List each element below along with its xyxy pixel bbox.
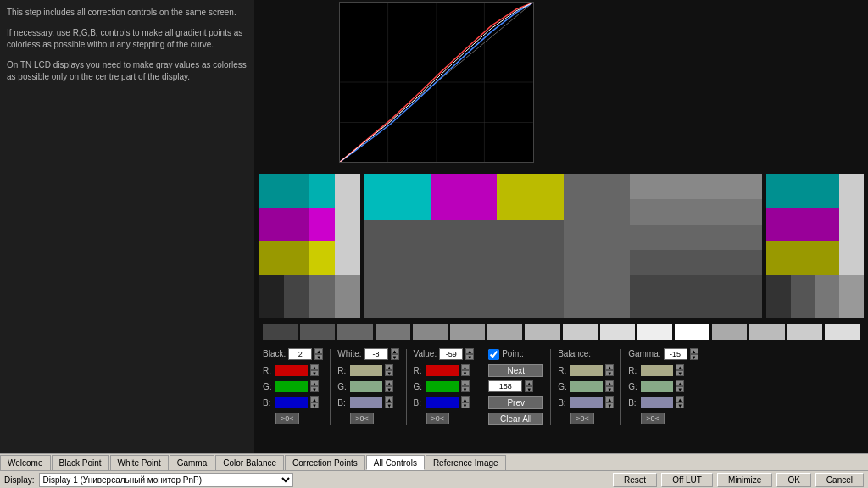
tab-white-point[interactable]: White Point <box>110 455 169 470</box>
black-value-input[interactable] <box>288 348 312 360</box>
black-spin-down[interactable]: ▼ <box>314 354 323 360</box>
gamma-g-label: G: <box>628 382 638 391</box>
value-spin-down[interactable]: ▼ <box>465 354 474 360</box>
white-spin-down[interactable]: ▼ <box>391 354 399 360</box>
white-b-down[interactable]: ▼ <box>385 402 393 408</box>
balance-g-swatch <box>570 381 603 392</box>
tab-reference-image[interactable]: Reference Image <box>426 455 506 470</box>
white-g-spinners: ▲ ▼ <box>385 380 393 392</box>
white-reset-btn[interactable]: >0< <box>350 413 374 424</box>
balance-r-down[interactable]: ▼ <box>605 370 614 376</box>
swatch-11 <box>637 324 672 340</box>
white-b-swatch <box>350 397 382 408</box>
black-spin-up[interactable]: ▲ <box>314 348 323 354</box>
value-g-down[interactable]: ▼ <box>461 386 470 392</box>
balance-reset-btn[interactable]: >0< <box>570 413 594 424</box>
black-group: Black: ▲ ▼ R: ▲ ▼ G: <box>263 347 323 425</box>
gamma-group: Gamma: ▲ ▼ R: ▲ ▼ G: <box>628 347 698 425</box>
gamma-r-up[interactable]: ▲ <box>676 364 684 370</box>
gamma-g-swatch <box>641 381 673 392</box>
tab-gamma[interactable]: Gamma <box>170 455 215 470</box>
balance-r-up[interactable]: ▲ <box>605 364 614 370</box>
black-b-up[interactable]: ▲ <box>310 396 319 402</box>
black-b-down[interactable]: ▼ <box>310 402 319 408</box>
swatch-2 <box>300 324 335 340</box>
balance-b-label: B: <box>558 398 568 408</box>
value-b-down[interactable]: ▼ <box>461 402 470 408</box>
off-lut-btn[interactable]: Off LUT <box>661 473 713 487</box>
tab-color-balance[interactable]: Color Balance <box>215 455 284 470</box>
black-g-down[interactable]: ▼ <box>310 386 319 392</box>
value-g-up[interactable]: ▲ <box>461 380 470 386</box>
value-b-up[interactable]: ▲ <box>461 396 470 402</box>
cancel-btn[interactable]: Cancel <box>815 473 864 487</box>
balance-b-up[interactable]: ▲ <box>605 396 614 402</box>
value-spinners: ▲ ▼ <box>465 348 474 360</box>
white-b-label: B: <box>337 398 348 408</box>
reset-btn[interactable]: Reset <box>613 473 657 487</box>
black-reset-btn[interactable]: >0< <box>275 413 299 424</box>
value-spin-up[interactable]: ▲ <box>465 348 474 354</box>
point-spin-up[interactable]: ▲ <box>525 380 533 386</box>
gamma-r-down[interactable]: ▼ <box>676 370 684 376</box>
value-reset-btn[interactable]: >0< <box>426 413 450 424</box>
value-r-down[interactable]: ▼ <box>461 370 470 376</box>
swatch-8 <box>525 324 559 340</box>
gamma-value-input[interactable] <box>664 348 687 360</box>
clear-all-btn[interactable]: Clear All <box>488 413 543 425</box>
prev-btn[interactable]: Prev <box>488 396 543 409</box>
black-r-down[interactable]: ▼ <box>310 370 319 376</box>
minimize-btn[interactable]: Minimize <box>717 473 772 487</box>
balance-r-swatch <box>570 365 603 376</box>
black-b-spinners: ▲ ▼ <box>310 396 319 408</box>
value-input[interactable] <box>439 348 463 360</box>
gamma-chart <box>339 2 534 163</box>
gamma-spin-down[interactable]: ▼ <box>690 354 698 360</box>
gamma-b-down[interactable]: ▼ <box>676 402 684 408</box>
gamma-r-swatch <box>641 365 673 376</box>
tab-black-point[interactable]: Black Point <box>52 455 109 470</box>
value-g-spinners: ▲ ▼ <box>461 380 470 392</box>
main-color-bars <box>364 174 762 318</box>
balance-g-up[interactable]: ▲ <box>605 380 614 386</box>
balance-g-down[interactable]: ▼ <box>605 386 614 392</box>
ok-btn[interactable]: OK <box>776 473 810 487</box>
gamma-g-down[interactable]: ▼ <box>676 386 684 392</box>
white-g-up[interactable]: ▲ <box>385 380 393 386</box>
black-g-spinners: ▲ ▼ <box>310 380 319 392</box>
white-g-down[interactable]: ▼ <box>385 386 393 392</box>
swatch-10 <box>600 324 635 340</box>
tab-welcome[interactable]: Welcome <box>0 455 51 470</box>
point-spinners: ▲ ▼ <box>525 380 533 392</box>
value-r-up[interactable]: ▲ <box>461 364 470 370</box>
value-g-label: G: <box>414 382 424 391</box>
white-r-spinners: ▲ ▼ <box>385 364 393 376</box>
tab-correction-points[interactable]: Correction Points <box>285 455 365 470</box>
swatch-5 <box>413 324 448 340</box>
next-btn[interactable]: Next <box>488 364 543 377</box>
gamma-b-up[interactable]: ▲ <box>676 396 684 402</box>
swatch-15 <box>787 324 822 340</box>
gamma-g-up[interactable]: ▲ <box>676 380 684 386</box>
swatch-14 <box>749 324 784 340</box>
display-select[interactable]: Display 1 (Универсальный монитор PnP) <box>39 473 293 487</box>
tab-bar: Welcome Black Point White Point Gamma Co… <box>0 453 868 470</box>
white-r-down[interactable]: ▼ <box>385 370 393 376</box>
gamma-spinners: ▲ ▼ <box>690 348 698 360</box>
point-spin-down[interactable]: ▼ <box>525 386 533 392</box>
black-r-up[interactable]: ▲ <box>310 364 319 370</box>
gamma-spin-up[interactable]: ▲ <box>690 348 698 354</box>
point-label: Point: <box>502 349 524 358</box>
black-r-label: R: <box>263 366 273 375</box>
black-g-up[interactable]: ▲ <box>310 380 319 386</box>
white-spin-up[interactable]: ▲ <box>391 348 399 354</box>
white-r-up[interactable]: ▲ <box>385 364 393 370</box>
point-value-input[interactable] <box>488 380 522 392</box>
balance-b-down[interactable]: ▼ <box>605 402 614 408</box>
white-g-label: G: <box>337 382 348 391</box>
white-value-input[interactable] <box>364 348 388 360</box>
white-b-up[interactable]: ▲ <box>385 396 393 402</box>
tab-all-controls[interactable]: All Controls <box>366 455 425 470</box>
point-checkbox[interactable] <box>488 349 499 360</box>
gamma-reset-btn[interactable]: >0< <box>641 413 665 424</box>
